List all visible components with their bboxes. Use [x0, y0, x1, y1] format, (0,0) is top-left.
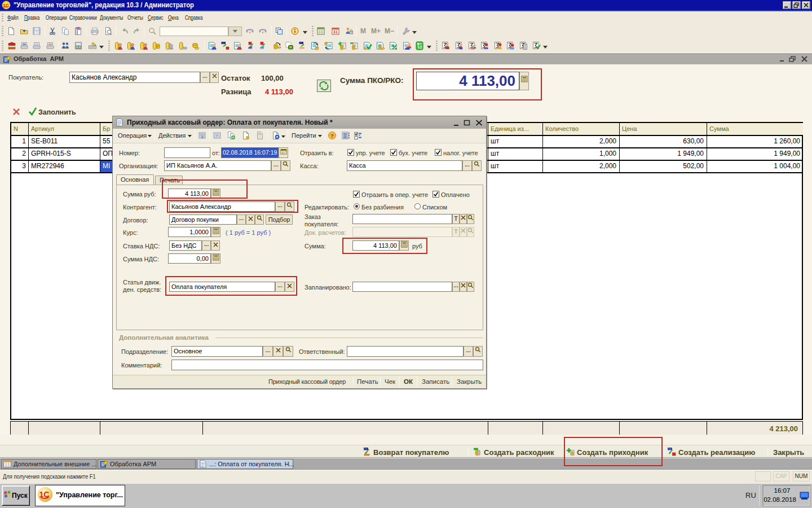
svg-text:?: ? [330, 133, 334, 139]
svg-text:1С: 1С [3, 3, 9, 8]
svg-text:31: 31 [333, 29, 338, 34]
